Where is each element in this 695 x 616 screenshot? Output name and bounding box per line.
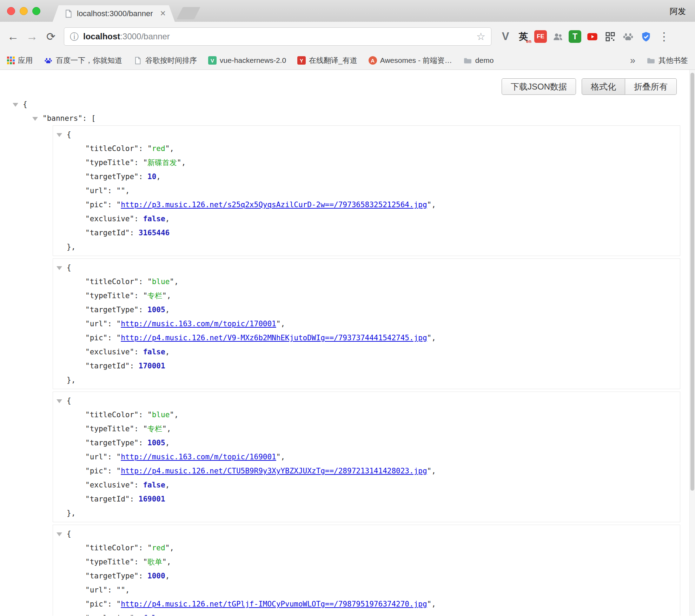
collapse-all-button[interactable]: 折叠所有 [625, 78, 677, 95]
json-key: typeTitle [90, 291, 130, 300]
json-quote: " [143, 425, 147, 433]
tab-strip: localhost:3000/banner × 阿发 [0, 0, 695, 22]
json-quote: " [78, 114, 82, 123]
json-punctuation: : [107, 586, 116, 594]
json-quote: " [103, 201, 108, 209]
json-url-link[interactable]: http://music.163.com/m/topic/170001 [121, 320, 276, 328]
json-key: exclusive [90, 348, 130, 356]
json-quote: " [143, 558, 147, 566]
json-punctuation: : [134, 558, 143, 566]
translate-icon[interactable]: 英en [516, 30, 530, 44]
json-quote: " [134, 439, 139, 447]
address-bar[interactable]: ⓘ localhost:3000/banner ☆ [64, 27, 491, 46]
fe-icon[interactable]: FE [534, 30, 547, 43]
scrollbar-thumb[interactable] [690, 73, 694, 491]
json-quote: " [85, 186, 90, 195]
bookmark-item[interactable]: AAwesomes - 前端资… [369, 55, 452, 65]
reload-button[interactable]: ⟳ [43, 30, 59, 43]
json-line: "typeTitle": "专栏", [53, 422, 680, 436]
json-key: typeTitle [90, 558, 130, 566]
json-line: "url": "http://music.163.com/m/topic/170… [53, 317, 680, 331]
json-punctuation: : [ [82, 114, 96, 123]
bookmark-star-icon[interactable]: ☆ [476, 31, 485, 42]
download-json-button[interactable]: 下载JSON数据 [502, 78, 576, 95]
shield-check-icon[interactable] [639, 30, 653, 44]
json-key: pic [90, 600, 103, 608]
json-object: {"titleColor": "blue","typeTitle": "专栏",… [53, 258, 680, 389]
json-line: "pic": "http://p3.music.126.net/s25q2x5Q… [53, 198, 680, 212]
minimize-window-button[interactable] [20, 7, 28, 15]
json-quote: " [130, 215, 134, 223]
youtube-icon[interactable] [585, 30, 599, 44]
close-tab-icon[interactable]: × [160, 9, 166, 18]
browser-tab[interactable]: localhost:3000/banner × [53, 5, 175, 22]
json-quote: " [143, 291, 147, 300]
bookmarks-overflow-chevron[interactable]: » [630, 55, 635, 66]
json-key: targetId [90, 229, 125, 237]
json-punctuation: , [181, 158, 186, 167]
format-button[interactable]: 格式化 [582, 78, 625, 95]
collapse-triangle-icon[interactable] [57, 266, 62, 270]
bookmark-item[interactable]: 应用 [7, 55, 33, 65]
json-key: pic [90, 467, 103, 475]
info-icon[interactable]: ⓘ [70, 31, 79, 42]
bookmarks-bar: 应用百度一下，你就知道谷歌按时间排序Vvue-hackernews-2.0Y在线… [0, 51, 695, 70]
json-url-link[interactable]: http://p3.music.126.net/s25q2x5QyqsAzilC… [121, 201, 427, 209]
json-string-value: blue [152, 277, 170, 286]
json-key: typeTitle [90, 425, 130, 433]
json-string-value: 专栏 [147, 291, 162, 300]
fullscreen-window-button[interactable] [32, 7, 40, 15]
forward-button[interactable]: → [24, 30, 40, 43]
t-shield-icon[interactable]: T [569, 30, 581, 43]
json-quote: " [103, 586, 108, 594]
json-url-link[interactable]: http://p4.music.126.net/tGPljf-IMOCyPvum… [121, 600, 427, 608]
bookmark-item[interactable]: 谷歌按时间排序 [133, 55, 197, 65]
json-key: url [90, 186, 103, 195]
back-button[interactable]: ← [5, 30, 21, 43]
json-punctuation: : [107, 201, 116, 209]
json-punctuation: , [167, 291, 171, 300]
vimium-v-icon[interactable]: V [498, 30, 512, 44]
json-key: titleColor [90, 277, 134, 286]
json-url-link[interactable]: http://music.163.com/m/topic/169001 [121, 453, 276, 461]
collapse-triangle-icon[interactable] [57, 399, 62, 403]
collapse-triangle-icon[interactable] [32, 117, 38, 121]
json-punctuation: : [107, 186, 116, 195]
bookmark-item[interactable]: demo [463, 56, 494, 65]
json-line: "pic": "http://p4.music.126.net/CTU5B9R9… [53, 464, 680, 478]
profile-name[interactable]: 阿发 [670, 6, 686, 17]
scrollbar[interactable] [689, 70, 695, 616]
bookmark-label: demo [475, 56, 494, 65]
collapse-triangle-icon[interactable] [57, 133, 62, 137]
json-quote: " [103, 334, 108, 342]
other-bookmarks-folder[interactable]: 其他书签 [647, 55, 688, 65]
collapse-triangle-icon[interactable] [13, 103, 18, 107]
json-quote: " [85, 467, 90, 475]
json-quote: " [85, 334, 90, 342]
extension-icons: V英enFET [498, 30, 653, 44]
bookmark-item[interactable]: 百度一下，你就知道 [44, 55, 122, 65]
menu-icon[interactable]: ⋮ [658, 30, 668, 43]
json-quote: " [427, 467, 432, 475]
qr-icon[interactable] [603, 30, 617, 44]
json-number-value: 10 [147, 172, 156, 181]
new-tab-button[interactable] [177, 7, 200, 19]
paw-icon[interactable] [621, 30, 635, 44]
json-number-value: 169001 [139, 495, 165, 503]
people-icon[interactable] [551, 30, 565, 44]
json-line: "pic": "http://p4.music.126.net/V9-MXz6b… [53, 331, 680, 345]
bookmark-item[interactable]: Vvue-hackernews-2.0 [208, 56, 286, 65]
json-url-link[interactable]: http://p4.music.126.net/V9-MXz6b2MNhEKju… [121, 334, 427, 342]
json-boolean-value: false [143, 215, 165, 223]
json-quote: " [147, 544, 152, 552]
close-window-button[interactable] [7, 7, 15, 15]
json-string-value: blue [152, 411, 170, 419]
json-number-value: 1005 [147, 306, 165, 314]
json-punctuation: , [431, 201, 436, 209]
bookmark-item[interactable]: Y在线翻译_有道 [297, 55, 357, 65]
json-quote: " [147, 144, 152, 153]
json-key: banners [47, 114, 78, 123]
json-punctuation: : [130, 495, 138, 503]
collapse-triangle-icon[interactable] [57, 532, 62, 536]
json-url-link[interactable]: http://p4.music.126.net/CTU5B9R9y3XyYBZX… [121, 467, 427, 475]
